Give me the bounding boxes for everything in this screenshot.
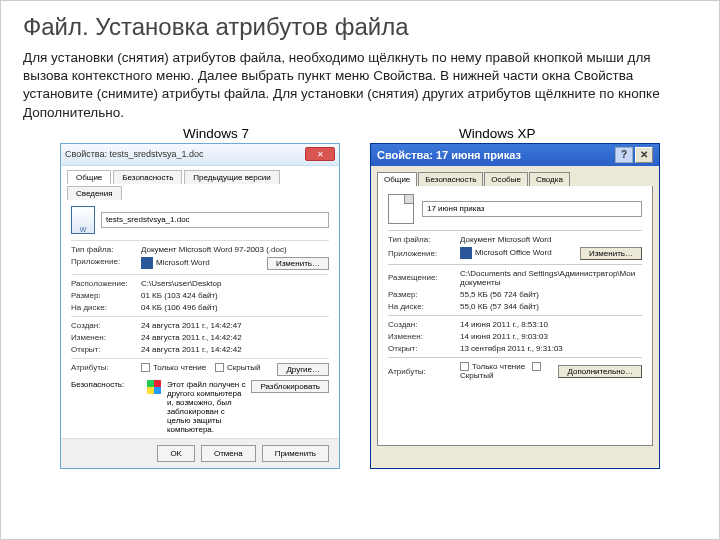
location-label: Размещение: [388, 273, 460, 282]
win7-titlebar[interactable]: Свойства: tests_sredstvsya_1.doc ✕ [61, 144, 339, 166]
tab-security[interactable]: Безопасность [113, 170, 182, 184]
attributes-label: Атрибуты: [388, 367, 460, 376]
tab-details[interactable]: Сведения [67, 186, 122, 200]
opened-label: Открыт: [388, 344, 460, 353]
disk-value: 04 КБ (106 496 байт) [141, 303, 329, 312]
shield-icon [147, 380, 161, 394]
readonly-checkbox[interactable] [460, 362, 469, 371]
disk-value: 55,0 КБ (57 344 байт) [460, 302, 642, 311]
word-icon [460, 247, 472, 259]
change-app-button[interactable]: Изменить… [580, 247, 642, 260]
os-label-winxp: Windows XP [459, 126, 536, 141]
created-label: Создан: [71, 321, 141, 330]
winxp-titlebar[interactable]: Свойства: 17 июня приказ ? ✕ [371, 144, 659, 166]
size-label: Размер: [388, 290, 460, 299]
modified-value: 14 июня 2011 г., 9:03:03 [460, 332, 642, 341]
type-value: Документ Microsoft Word 97-2003 (.doc) [141, 245, 329, 254]
location-value: C:\Users\user\Desktop [141, 279, 329, 288]
doc-icon [388, 194, 414, 224]
created-label: Создан: [388, 320, 460, 329]
disk-label: На диске: [71, 303, 141, 312]
winxp-properties-dialog: Свойства: 17 июня приказ ? ✕ Общие Безоп… [370, 143, 660, 469]
opened-value: 24 августа 2011 г., 14:42:42 [141, 345, 329, 354]
unblock-button[interactable]: Разблокировать [251, 380, 329, 393]
disk-label: На диске: [388, 302, 460, 311]
close-button[interactable]: ✕ [305, 147, 335, 161]
modified-label: Изменен: [388, 332, 460, 341]
hidden-label: Скрытый [460, 371, 493, 380]
type-label: Тип файла: [71, 245, 141, 254]
security-label: Безопасность: [71, 380, 141, 389]
other-attributes-button[interactable]: Другие… [277, 363, 329, 376]
tab-previous-versions[interactable]: Предыдущие версии [184, 170, 279, 184]
modified-label: Изменен: [71, 333, 141, 342]
doc-icon: W [71, 206, 95, 234]
opened-label: Открыт: [71, 345, 141, 354]
win7-properties-dialog: Свойства: tests_sredstvsya_1.doc ✕ Общие… [60, 143, 340, 469]
app-value: Microsoft Office Word [460, 247, 580, 259]
apply-button[interactable]: Применить [262, 445, 329, 462]
word-icon [141, 257, 153, 269]
created-value: 24 августа 2011 г., 14:42:47 [141, 321, 329, 330]
change-app-button[interactable]: Изменить… [267, 257, 329, 270]
ok-button[interactable]: OK [157, 445, 195, 462]
app-value: Microsoft Word [141, 257, 267, 270]
tab-general[interactable]: Общие [67, 170, 111, 184]
tab-security[interactable]: Безопасность [418, 172, 483, 186]
os-label-win7: Windows 7 [183, 126, 249, 141]
app-label: Приложение: [71, 257, 141, 270]
page-title: Файл. Установка атрибутов файла [23, 13, 697, 41]
readonly-label: Только чтение [153, 363, 206, 372]
location-value: C:\Documents and Settings\Администратор\… [460, 269, 642, 287]
hidden-checkbox[interactable] [532, 362, 541, 371]
close-button[interactable]: ✕ [635, 147, 653, 163]
size-value: 01 КБ (103 424 байт) [141, 291, 329, 300]
help-button[interactable]: ? [615, 147, 633, 163]
tab-summary[interactable]: Сводка [529, 172, 570, 186]
cancel-button[interactable]: Отмена [201, 445, 256, 462]
location-label: Расположение: [71, 279, 141, 288]
tab-general[interactable]: Общие [377, 172, 417, 186]
modified-value: 24 августа 2011 г., 14:42:42 [141, 333, 329, 342]
size-value: 55,5 КБ (56 724 байт) [460, 290, 642, 299]
advanced-attributes-button[interactable]: Дополнительно… [558, 365, 642, 378]
created-value: 14 июня 2011 г., 8:53:10 [460, 320, 642, 329]
attributes-label: Атрибуты: [71, 363, 141, 376]
hidden-checkbox[interactable] [215, 363, 224, 372]
size-label: Размер: [71, 291, 141, 300]
tab-special[interactable]: Особые [484, 172, 528, 186]
type-label: Тип файла: [388, 235, 460, 244]
filename-input[interactable]: tests_sredstvsya_1.doc [101, 212, 329, 228]
winxp-window-title: Свойства: 17 июня приказ [377, 149, 521, 161]
readonly-checkbox[interactable] [141, 363, 150, 372]
readonly-label: Только чтение [472, 362, 525, 371]
opened-value: 13 сентября 2011 г., 9:31:03 [460, 344, 642, 353]
type-value: Документ Microsoft Word [460, 235, 642, 244]
security-text: Этот файл получен с другого компьютера и… [167, 380, 245, 434]
hidden-label: Скрытый [227, 363, 260, 372]
filename-input[interactable]: 17 июня приказ [422, 201, 642, 217]
app-label: Приложение: [388, 249, 460, 258]
page-description: Для установки (снятия) атрибутов файла, … [23, 49, 697, 122]
win7-window-title: Свойства: tests_sredstvsya_1.doc [65, 149, 204, 159]
